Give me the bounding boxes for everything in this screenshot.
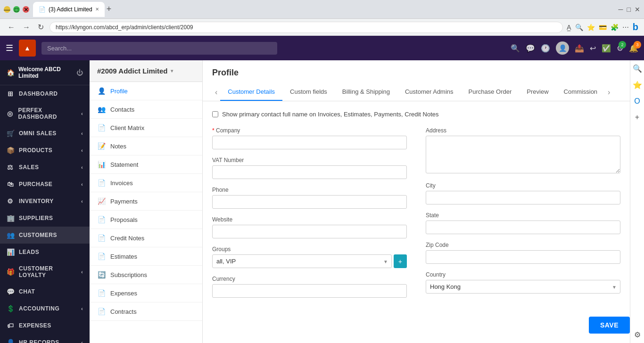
zoom-icon[interactable]: 🔍: [575, 24, 583, 31]
secondary-nav-subscriptions[interactable]: 🔄 Subscriptions: [90, 266, 202, 284]
credit-notes-nav-icon: 📄: [97, 234, 106, 242]
search-icon[interactable]: 🔍: [511, 44, 520, 53]
tab-prev-button[interactable]: ‹: [212, 86, 220, 98]
sidebar-item-products[interactable]: 📦 PRODUCTS ‹: [0, 142, 90, 159]
secondary-nav-invoices[interactable]: 📄 Invoices: [90, 174, 202, 192]
sidebar-item-chat[interactable]: 💬 CHAT: [0, 283, 90, 300]
minimize-button[interactable]: —: [4, 6, 10, 13]
search-input[interactable]: [41, 42, 277, 55]
back-button[interactable]: ←: [6, 21, 17, 33]
close-button[interactable]: ✕: [23, 6, 29, 13]
right-panel-plus-icon[interactable]: +: [635, 113, 639, 122]
restore-window-icon[interactable]: □: [627, 6, 631, 13]
bookmark-star-icon[interactable]: ⭐: [587, 24, 595, 31]
secondary-nav-client-matrix[interactable]: 📄 Client Matrix: [90, 119, 202, 137]
company-label: * Company: [212, 127, 407, 134]
phone-label: Phone: [212, 187, 407, 193]
chat-icon[interactable]: 💬: [526, 44, 535, 53]
company-input[interactable]: [212, 136, 407, 149]
primary-contact-checkbox[interactable]: [212, 111, 218, 117]
tab-preview[interactable]: Preview: [519, 83, 556, 101]
secondary-nav-expenses[interactable]: 📄 Expenses: [90, 284, 202, 302]
city-input[interactable]: [426, 191, 620, 204]
reload-button[interactable]: ↻: [36, 21, 46, 33]
groups-add-button[interactable]: +: [394, 254, 407, 268]
save-button[interactable]: SAVE: [589, 317, 630, 334]
sidebar-item-sales[interactable]: ⚖ SALES ‹: [0, 159, 90, 176]
sidebar-item-expenses[interactable]: 🏷 EXPENSES: [0, 317, 90, 334]
sidebar-item-suppliers[interactable]: 🏢 SUPPLIERS: [0, 210, 90, 227]
tab-purchase-order[interactable]: Purchase Order: [461, 83, 520, 101]
sidebar-label-inventory: INVENTORY: [19, 198, 54, 204]
read-mode-icon[interactable]: A̲: [567, 24, 571, 31]
extension-icon[interactable]: 🧩: [611, 24, 619, 31]
sidebar-item-inventory[interactable]: ⚙ INVENTORY ‹: [0, 193, 90, 210]
website-input[interactable]: [212, 225, 407, 238]
hamburger-menu-icon[interactable]: ☰: [6, 43, 13, 53]
state-input[interactable]: [426, 220, 620, 234]
wallet-icon[interactable]: 💳: [599, 24, 607, 31]
sidebar-item-hr[interactable]: 👤 HR RECORDS ‹: [0, 334, 90, 343]
close-window-icon[interactable]: ✕: [635, 6, 640, 13]
new-tab-button[interactable]: +: [107, 4, 112, 14]
share-icon[interactable]: 📤: [575, 44, 584, 53]
tab-close-icon[interactable]: ✕: [95, 7, 99, 12]
sidebar-item-accounting[interactable]: 💲 ACCOUNTING ‹: [0, 300, 90, 317]
history-icon[interactable]: 🕐: [541, 44, 550, 53]
phone-input[interactable]: [212, 195, 407, 209]
sidebar-power-icon[interactable]: ⏻: [76, 69, 83, 76]
right-panel: 🔍 ⭐ O + ⚙: [630, 60, 644, 343]
secondary-nav-credit-notes[interactable]: 📄 Credit Notes: [90, 229, 202, 247]
sidebar-item-perfex[interactable]: ◎ PERFEX DASHBOARD ‹: [0, 102, 90, 125]
subscriptions-nav-label: Subscriptions: [110, 271, 147, 278]
sidebar-label-purchase: PURCHASE: [19, 181, 52, 188]
tasks-icon[interactable]: ✅: [602, 44, 611, 53]
brand-logo: ▲: [19, 40, 36, 57]
phone-field-group: Phone: [212, 187, 407, 209]
secondary-nav-proposals[interactable]: 📄 Proposals: [90, 211, 202, 229]
tab-billing-shipping[interactable]: Billing & Shipping: [335, 83, 397, 101]
right-panel-outlook-icon[interactable]: O: [634, 97, 640, 106]
secondary-nav-payments[interactable]: 📈 Payments: [90, 192, 202, 211]
tab-customer-admins[interactable]: Customer Admins: [397, 83, 461, 101]
groups-select[interactable]: all, VIP: [212, 254, 392, 268]
secondary-nav-contracts[interactable]: 📄 Contracts: [90, 302, 202, 321]
tab-custom-fields[interactable]: Custom fields: [282, 83, 335, 101]
maximize-button[interactable]: □: [13, 6, 20, 13]
sidebar-item-leads[interactable]: 📊 LEADS: [0, 244, 90, 261]
tab-commission[interactable]: Commission: [556, 83, 605, 101]
minimize-window-icon[interactable]: ─: [619, 6, 623, 13]
zip-input[interactable]: [426, 250, 620, 264]
sidebar-item-customers[interactable]: 👥 CUSTOMERS: [0, 227, 90, 244]
country-select[interactable]: Hong Kong: [426, 280, 620, 294]
right-panel-star-icon[interactable]: ⭐: [633, 81, 642, 90]
secondary-nav-profile[interactable]: 👤 Profile: [90, 82, 202, 100]
sidebar-item-purchase[interactable]: 🛍 PURCHASE ‹: [0, 176, 90, 193]
window-controls[interactable]: — □ ✕: [4, 6, 29, 13]
sidebar-item-omni[interactable]: 🛒 OMNI SALES ‹: [0, 125, 90, 142]
products-arrow-icon: ‹: [81, 148, 83, 153]
notifications-icon[interactable]: ⚙ 2: [617, 44, 623, 53]
secondary-nav-estimates[interactable]: 📄 Estimates: [90, 247, 202, 266]
secondary-nav-contacts[interactable]: 👥 Contacts: [90, 100, 202, 119]
secondary-nav-statement[interactable]: 📊 Statement: [90, 155, 202, 174]
avatar-icon[interactable]: 👤: [556, 41, 569, 55]
address-textarea[interactable]: [426, 136, 620, 173]
sidebar-item-dashboard[interactable]: ⊞ DASHBOARD: [0, 85, 90, 102]
tab-next-button[interactable]: ›: [605, 86, 613, 98]
right-panel-search-icon[interactable]: 🔍: [633, 64, 642, 73]
undo-icon[interactable]: ↩: [590, 44, 596, 53]
bell-icon[interactable]: 🔔 3: [629, 44, 638, 53]
sidebar-item-loyalty[interactable]: 🎁 CUSTOMER LOYALTY ‹: [0, 261, 90, 283]
edge-browser-icon: b: [633, 22, 638, 33]
forward-button[interactable]: →: [21, 21, 32, 33]
currency-input[interactable]: [212, 284, 407, 298]
active-tab[interactable]: 📄 (3) Addict Limited ✕: [33, 2, 105, 17]
more-options-icon[interactable]: ⋯: [622, 24, 629, 31]
secondary-nav-notes[interactable]: 📝 Notes: [90, 137, 202, 155]
tab-customer-details[interactable]: Customer Details: [220, 83, 282, 101]
expenses-nav-icon: 📄: [97, 289, 106, 297]
right-panel-gear-icon[interactable]: ⚙: [634, 330, 641, 339]
address-bar-input[interactable]: [50, 22, 563, 33]
vat-input[interactable]: [212, 165, 407, 179]
